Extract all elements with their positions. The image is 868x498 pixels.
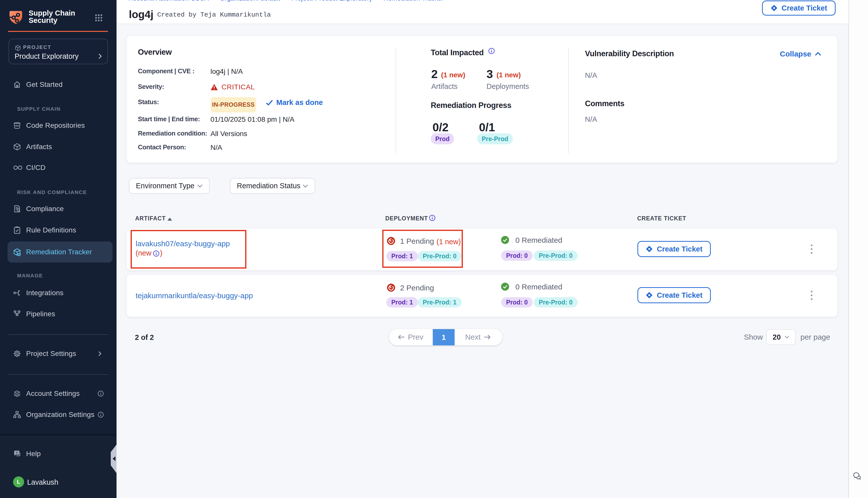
svg-text:?: ? — [16, 451, 18, 455]
